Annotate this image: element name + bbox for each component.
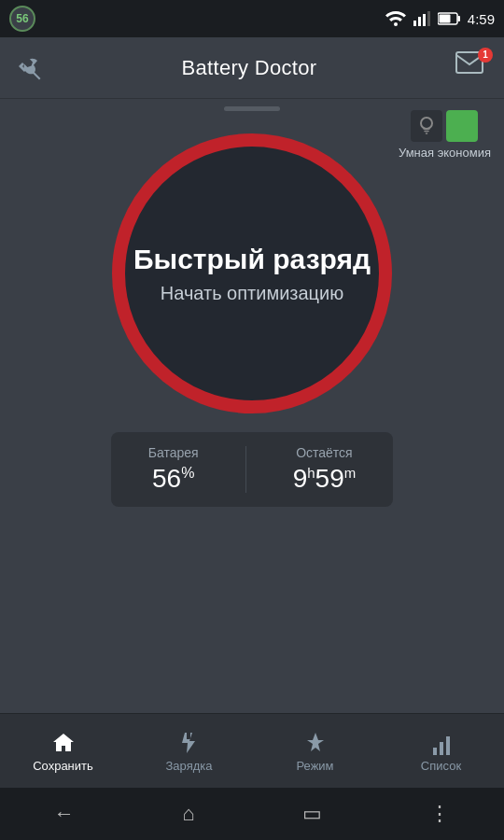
mode-icon	[303, 729, 328, 756]
recents-button[interactable]: ▭	[302, 802, 322, 826]
nav-item-mode[interactable]: Режим	[259, 729, 371, 774]
battery-info-box: Батарея 56% Остаётся 9h59m	[111, 432, 393, 507]
smart-save-icons	[411, 110, 478, 142]
home-icon	[51, 729, 76, 756]
bottom-nav: Сохранить Зарядка Режим Список	[0, 713, 504, 788]
svg-rect-3	[423, 14, 426, 26]
status-right: 4:59	[385, 11, 495, 27]
page-title: Battery Doctor	[182, 56, 317, 80]
charge-icon	[177, 729, 202, 756]
smart-save-area[interactable]: Умная экономия	[399, 110, 491, 161]
nav-label-mode: Режим	[296, 759, 333, 773]
svg-rect-10	[433, 748, 437, 755]
svg-rect-1	[413, 21, 416, 26]
circle-subtitle: Начать оптимизацию	[161, 283, 344, 304]
back-button[interactable]: ←	[54, 802, 75, 826]
nav-item-list[interactable]: Список	[385, 729, 497, 774]
svg-rect-12	[446, 736, 450, 755]
bulb-icon	[411, 110, 442, 142]
nav-item-save[interactable]: Сохранить	[7, 729, 119, 774]
status-bar: 56 4:59	[0, 0, 504, 37]
battery-value: 56%	[152, 464, 194, 494]
remaining-col: Остаётся 9h59m	[293, 445, 357, 494]
battery-info-panel: Батарея 56% Остаётся 9h59m	[19, 432, 485, 507]
status-left: 56	[9, 6, 35, 32]
svg-rect-6	[457, 16, 460, 21]
svg-rect-11	[440, 742, 443, 755]
svg-rect-4	[427, 11, 430, 26]
system-nav: ← ⌂ ▭ ⋮	[0, 788, 504, 840]
status-time: 4:59	[468, 11, 495, 27]
svg-rect-7	[439, 15, 450, 23]
battery-col: Батарея 56%	[148, 445, 199, 494]
svg-point-0	[394, 22, 398, 26]
nav-label-list: Список	[421, 759, 461, 773]
nav-item-charge[interactable]: Зарядка	[133, 729, 245, 774]
battery-status-icon	[438, 12, 460, 25]
remaining-value: 9h59m	[293, 464, 357, 494]
list-icon	[429, 729, 454, 756]
home-button[interactable]: ⌂	[182, 802, 194, 826]
svg-point-9	[421, 118, 432, 129]
signal-icon	[413, 11, 430, 26]
svg-rect-2	[418, 17, 421, 26]
info-divider	[245, 446, 246, 493]
wifi-icon	[385, 11, 406, 26]
mail-button[interactable]: 1	[455, 51, 489, 85]
smart-save-label: Умная экономия	[399, 146, 491, 161]
optimize-circle-button[interactable]: Быстрый разряд Начать оптимизацию	[112, 133, 392, 413]
wrench-icon[interactable]	[15, 52, 43, 82]
toggle-on-indicator[interactable]	[446, 110, 478, 142]
battery-level-badge: 56	[9, 6, 35, 32]
nav-label-charge: Зарядка	[166, 759, 213, 773]
top-bar: Battery Doctor 1	[0, 37, 504, 99]
circle-title: Быстрый разряд	[133, 244, 371, 275]
main-circle-area: Быстрый разряд Начать оптимизацию	[0, 133, 504, 413]
remaining-label: Остаётся	[296, 445, 353, 460]
mail-badge: 1	[478, 48, 493, 63]
battery-label: Батарея	[148, 445, 199, 460]
more-button[interactable]: ⋮	[429, 802, 450, 826]
nav-label-save: Сохранить	[33, 759, 93, 773]
